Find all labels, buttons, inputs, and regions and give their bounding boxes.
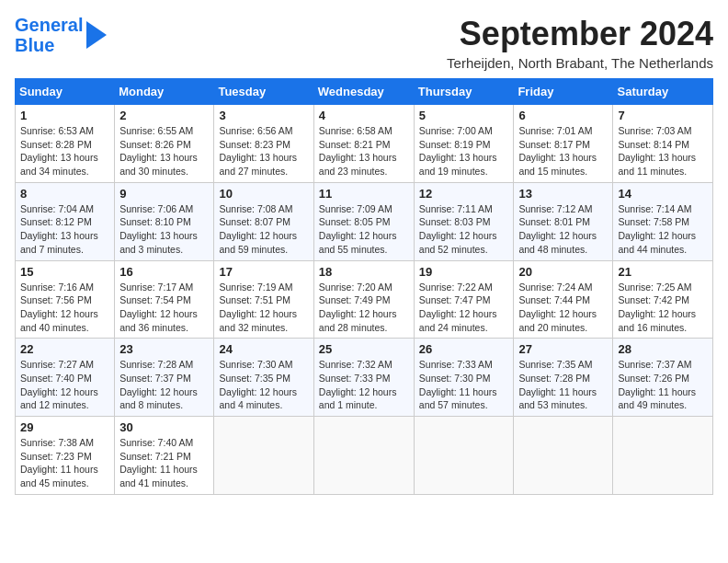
day-info: Sunrise: 7:35 AM Sunset: 7:28 PM Dayligh…: [518, 358, 608, 412]
day-info: Sunrise: 7:37 AM Sunset: 7:26 PM Dayligh…: [618, 358, 708, 412]
day-number: 23: [119, 342, 209, 356]
day-number: 3: [219, 109, 308, 122]
header: General Blue September 2024 Terheijden, …: [15, 15, 713, 71]
day-cell: 10Sunrise: 7:08 AM Sunset: 8:07 PM Dayli…: [214, 182, 313, 260]
day-info: Sunrise: 7:33 AM Sunset: 7:30 PM Dayligh…: [419, 358, 509, 412]
day-cell: [313, 417, 414, 495]
day-info: Sunrise: 7:38 AM Sunset: 7:23 PM Dayligh…: [20, 436, 109, 490]
day-info: Sunrise: 7:00 AM Sunset: 8:19 PM Dayligh…: [419, 124, 509, 178]
header-saturday: Saturday: [613, 79, 713, 105]
day-number: 28: [618, 342, 708, 356]
day-cell: 30Sunrise: 7:40 AM Sunset: 7:21 PM Dayli…: [115, 417, 214, 495]
day-number: 13: [518, 187, 608, 201]
day-info: Sunrise: 6:53 AM Sunset: 8:28 PM Dayligh…: [20, 124, 109, 178]
day-info: Sunrise: 6:56 AM Sunset: 8:23 PM Dayligh…: [219, 124, 308, 178]
day-info: Sunrise: 7:12 AM Sunset: 8:01 PM Dayligh…: [518, 202, 608, 257]
day-cell: 7Sunrise: 7:03 AM Sunset: 8:14 PM Daylig…: [613, 105, 713, 183]
month-title: September 2024: [447, 15, 713, 53]
day-cell: 23Sunrise: 7:28 AM Sunset: 7:37 PM Dayli…: [115, 339, 214, 417]
day-number: 26: [419, 342, 509, 356]
day-number: 29: [20, 420, 109, 434]
day-number: 20: [518, 265, 608, 279]
day-info: Sunrise: 7:04 AM Sunset: 8:12 PM Dayligh…: [20, 202, 109, 257]
day-number: 16: [119, 265, 209, 279]
day-info: Sunrise: 7:40 AM Sunset: 7:21 PM Dayligh…: [119, 436, 209, 490]
day-info: Sunrise: 7:11 AM Sunset: 8:03 PM Dayligh…: [419, 202, 509, 257]
day-number: 21: [618, 265, 708, 279]
header-thursday: Thursday: [414, 79, 514, 105]
day-cell: 13Sunrise: 7:12 AM Sunset: 8:01 PM Dayli…: [514, 182, 613, 260]
day-cell: 16Sunrise: 7:17 AM Sunset: 7:54 PM Dayli…: [115, 260, 214, 339]
day-cell: 28Sunrise: 7:37 AM Sunset: 7:26 PM Dayli…: [613, 339, 713, 417]
logo-general: General: [15, 15, 83, 35]
day-info: Sunrise: 7:08 AM Sunset: 8:07 PM Dayligh…: [219, 202, 308, 257]
day-cell: [613, 417, 713, 495]
day-cell: 4Sunrise: 6:58 AM Sunset: 8:21 PM Daylig…: [313, 105, 414, 183]
day-info: Sunrise: 7:20 AM Sunset: 7:49 PM Dayligh…: [319, 281, 409, 335]
week-row-5: 29Sunrise: 7:38 AM Sunset: 7:23 PM Dayli…: [16, 417, 713, 495]
header-sunday: Sunday: [16, 79, 115, 105]
day-cell: 6Sunrise: 7:01 AM Sunset: 8:17 PM Daylig…: [514, 105, 613, 183]
day-cell: 15Sunrise: 7:16 AM Sunset: 7:56 PM Dayli…: [16, 260, 115, 339]
day-number: 30: [119, 420, 209, 434]
day-number: 4: [319, 109, 409, 122]
day-cell: 1Sunrise: 6:53 AM Sunset: 8:28 PM Daylig…: [16, 105, 115, 183]
week-row-2: 8Sunrise: 7:04 AM Sunset: 8:12 PM Daylig…: [16, 182, 713, 260]
title-area: September 2024 Terheijden, North Brabant…: [447, 15, 713, 71]
week-row-4: 22Sunrise: 7:27 AM Sunset: 7:40 PM Dayli…: [16, 339, 713, 417]
day-number: 11: [319, 187, 409, 201]
location-subtitle: Terheijden, North Brabant, The Netherlan…: [447, 55, 713, 71]
calendar-table: SundayMondayTuesdayWednesdayThursdayFrid…: [15, 78, 713, 495]
day-info: Sunrise: 7:14 AM Sunset: 7:58 PM Dayligh…: [618, 202, 708, 257]
logo-blue: Blue: [15, 35, 83, 55]
day-number: 25: [319, 342, 409, 356]
day-cell: 14Sunrise: 7:14 AM Sunset: 7:58 PM Dayli…: [613, 182, 713, 260]
day-info: Sunrise: 7:09 AM Sunset: 8:05 PM Dayligh…: [319, 202, 409, 257]
day-number: 7: [618, 109, 708, 122]
day-info: Sunrise: 7:30 AM Sunset: 7:35 PM Dayligh…: [219, 358, 308, 412]
day-number: 2: [119, 109, 209, 122]
day-cell: [514, 417, 613, 495]
week-row-3: 15Sunrise: 7:16 AM Sunset: 7:56 PM Dayli…: [16, 260, 713, 339]
day-number: 18: [319, 265, 409, 279]
day-cell: 20Sunrise: 7:24 AM Sunset: 7:44 PM Dayli…: [514, 260, 613, 339]
day-cell: 21Sunrise: 7:25 AM Sunset: 7:42 PM Dayli…: [613, 260, 713, 339]
day-number: 22: [20, 342, 109, 356]
day-number: 8: [20, 187, 109, 201]
day-number: 1: [20, 109, 109, 122]
day-cell: 18Sunrise: 7:20 AM Sunset: 7:49 PM Dayli…: [313, 260, 414, 339]
day-number: 9: [119, 187, 209, 201]
day-cell: 9Sunrise: 7:06 AM Sunset: 8:10 PM Daylig…: [115, 182, 214, 260]
day-info: Sunrise: 7:01 AM Sunset: 8:17 PM Dayligh…: [518, 124, 608, 178]
header-friday: Friday: [514, 79, 613, 105]
svg-marker-0: [86, 21, 107, 49]
day-info: Sunrise: 7:32 AM Sunset: 7:33 PM Dayligh…: [319, 358, 409, 412]
day-info: Sunrise: 7:16 AM Sunset: 7:56 PM Dayligh…: [20, 281, 109, 335]
day-cell: 25Sunrise: 7:32 AM Sunset: 7:33 PM Dayli…: [313, 339, 414, 417]
day-number: 24: [219, 342, 308, 356]
header-tuesday: Tuesday: [214, 79, 313, 105]
logo-arrow-icon: [86, 21, 107, 49]
day-cell: 26Sunrise: 7:33 AM Sunset: 7:30 PM Dayli…: [414, 339, 514, 417]
day-cell: 27Sunrise: 7:35 AM Sunset: 7:28 PM Dayli…: [514, 339, 613, 417]
day-cell: 22Sunrise: 7:27 AM Sunset: 7:40 PM Dayli…: [16, 339, 115, 417]
day-info: Sunrise: 7:28 AM Sunset: 7:37 PM Dayligh…: [119, 358, 209, 412]
day-cell: 12Sunrise: 7:11 AM Sunset: 8:03 PM Dayli…: [414, 182, 514, 260]
day-cell: 2Sunrise: 6:55 AM Sunset: 8:26 PM Daylig…: [115, 105, 214, 183]
day-cell: 5Sunrise: 7:00 AM Sunset: 8:19 PM Daylig…: [414, 105, 514, 183]
day-info: Sunrise: 7:22 AM Sunset: 7:47 PM Dayligh…: [419, 281, 509, 335]
day-cell: 29Sunrise: 7:38 AM Sunset: 7:23 PM Dayli…: [16, 417, 115, 495]
day-number: 15: [20, 265, 109, 279]
day-number: 6: [518, 109, 608, 122]
day-info: Sunrise: 7:03 AM Sunset: 8:14 PM Dayligh…: [618, 124, 708, 178]
day-info: Sunrise: 7:25 AM Sunset: 7:42 PM Dayligh…: [618, 281, 708, 335]
day-cell: 24Sunrise: 7:30 AM Sunset: 7:35 PM Dayli…: [214, 339, 313, 417]
day-info: Sunrise: 7:19 AM Sunset: 7:51 PM Dayligh…: [219, 281, 308, 335]
day-info: Sunrise: 7:27 AM Sunset: 7:40 PM Dayligh…: [20, 358, 109, 412]
day-cell: 11Sunrise: 7:09 AM Sunset: 8:05 PM Dayli…: [313, 182, 414, 260]
day-info: Sunrise: 7:06 AM Sunset: 8:10 PM Dayligh…: [119, 202, 209, 257]
day-info: Sunrise: 6:55 AM Sunset: 8:26 PM Dayligh…: [119, 124, 209, 178]
day-number: 5: [419, 109, 509, 122]
header-monday: Monday: [115, 79, 214, 105]
day-cell: 8Sunrise: 7:04 AM Sunset: 8:12 PM Daylig…: [16, 182, 115, 260]
